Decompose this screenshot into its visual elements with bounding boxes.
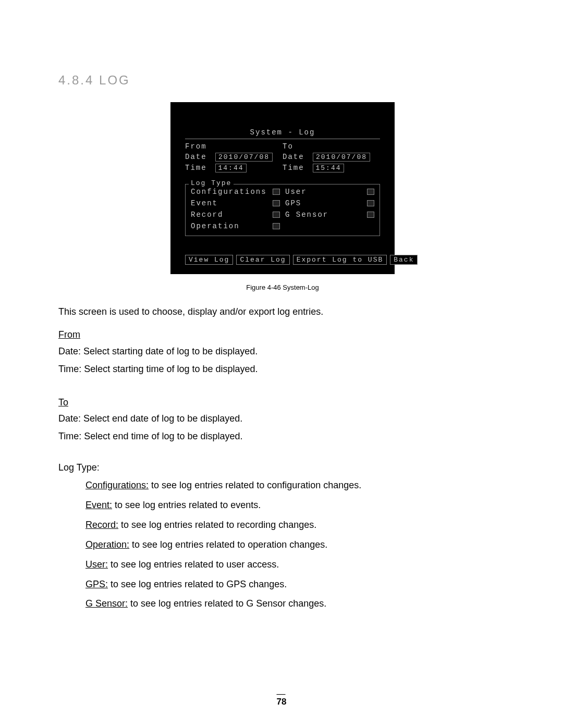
to-time-label: Time bbox=[283, 164, 304, 172]
log-type-legend: Log Type bbox=[189, 179, 234, 187]
to-date-label: Date bbox=[283, 153, 304, 161]
from-time-field[interactable]: 14:44 bbox=[215, 164, 247, 172]
logtype-operation-checkbox[interactable] bbox=[273, 223, 280, 229]
logtype-operation-def: Operation: to see log entries related to… bbox=[85, 538, 507, 552]
view-log-button[interactable]: View Log bbox=[185, 255, 233, 265]
logtype-event-label: Event bbox=[191, 199, 218, 207]
export-log-button[interactable]: Export Log to USB bbox=[293, 255, 387, 265]
logtype-gps-label: GPS bbox=[285, 199, 301, 207]
clear-log-button[interactable]: Clear Log bbox=[236, 255, 289, 265]
to-date-def: Date: Select end date of log to be displ… bbox=[58, 412, 507, 426]
to-label: To bbox=[283, 142, 293, 151]
back-button[interactable]: Back bbox=[390, 255, 418, 265]
from-label: From bbox=[185, 142, 207, 151]
logtype-configurations-checkbox[interactable] bbox=[273, 189, 280, 195]
logtype-event-checkbox[interactable] bbox=[273, 200, 280, 206]
to-date-field[interactable]: 2010/07/08 bbox=[313, 153, 370, 162]
intro-text: This screen is used to choose, display a… bbox=[58, 305, 507, 319]
logtype-configurations-def: Configurations: to see log entries relat… bbox=[85, 478, 507, 493]
figure-caption: Figure 4-46 System-Log bbox=[58, 283, 507, 291]
page-number: — 78 bbox=[0, 692, 563, 707]
logtype-user-def: User: to see log entries related to user… bbox=[85, 558, 507, 572]
to-heading: To bbox=[58, 396, 68, 410]
from-date-field[interactable]: 2010/07/08 bbox=[215, 153, 273, 162]
screenshot-title: System - Log bbox=[185, 128, 380, 139]
from-time-def: Time: Select starting time of log to be … bbox=[58, 362, 507, 377]
section-heading: 4.8.4 LOG bbox=[58, 73, 507, 88]
logtype-record-label: Record bbox=[191, 211, 223, 219]
logtype-user-label: User bbox=[285, 188, 307, 196]
to-time-field[interactable]: 15:44 bbox=[313, 164, 344, 172]
logtype-configurations-label: Configurations bbox=[191, 188, 267, 196]
from-time-label: Time bbox=[185, 164, 207, 172]
logtype-gsensor-checkbox[interactable] bbox=[367, 212, 374, 218]
from-date-label: Date bbox=[185, 153, 207, 161]
logtype-gsensor-label: G Sensor bbox=[285, 211, 328, 219]
from-date-def: Date: Select starting date of log to be … bbox=[58, 344, 507, 359]
logtype-operation-label: Operation bbox=[191, 222, 240, 230]
to-time-def: Time: Select end time of log to be displ… bbox=[58, 429, 507, 444]
logtype-event-def: Event: to see log entries related to eve… bbox=[85, 498, 507, 513]
logtype-gps-def: GPS: to see log entries related to GPS c… bbox=[85, 577, 507, 592]
logtype-gps-checkbox[interactable] bbox=[367, 200, 374, 206]
logtype-heading: Log Type: bbox=[58, 461, 507, 475]
from-heading: From bbox=[58, 328, 80, 342]
logtype-record-checkbox[interactable] bbox=[273, 212, 280, 218]
logtype-gsensor-def: G Sensor: to see log entries related to … bbox=[85, 597, 507, 611]
logtype-record-def: Record: to see log entries related to re… bbox=[85, 518, 507, 533]
logtype-user-checkbox[interactable] bbox=[367, 189, 374, 195]
log-type-group: Log Type Configurations User Event GPS R… bbox=[185, 184, 380, 236]
system-log-screenshot: System - Log From Date 2010/07/08 Time 1… bbox=[170, 102, 395, 274]
